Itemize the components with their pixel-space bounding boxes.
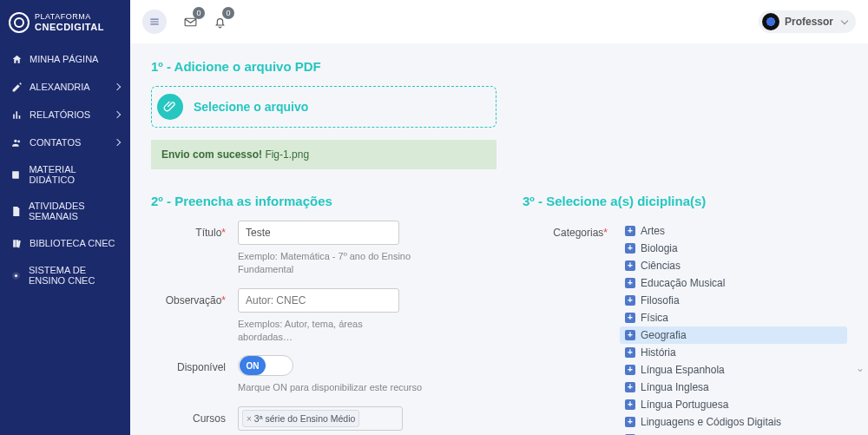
svg-point-1: [17, 140, 20, 142]
category-label: Educação Musical: [641, 277, 725, 289]
expand-icon: +: [625, 399, 635, 410]
category-item[interactable]: +Física: [620, 309, 847, 326]
library-icon: [10, 237, 23, 249]
category-item[interactable]: +Filosofia: [620, 292, 847, 309]
sidebar-item-label: CONTATOS: [30, 137, 81, 148]
expand-icon: +: [625, 417, 635, 427]
expand-icon: +: [625, 313, 635, 323]
gear-icon: [10, 269, 22, 281]
expand-icon: +: [625, 330, 635, 340]
category-label: Física: [641, 312, 668, 324]
step3-heading: 3º - Selecione a(s) diciplina(s): [523, 194, 847, 208]
user-menu[interactable]: Professor: [759, 10, 856, 33]
edit-icon: [10, 81, 23, 93]
chevron-right-icon: [114, 111, 121, 118]
sidebar-item-label: MINHA PÁGINA: [30, 54, 98, 64]
category-label: Língua Espanhola: [641, 364, 725, 376]
file-upload-box[interactable]: Selecione o arquivo: [151, 86, 496, 128]
course-tag: × 3ª série do Ensino Médio: [242, 410, 359, 427]
category-label: Artes: [641, 225, 665, 237]
category-item[interactable]: +Língua Portuguesa: [620, 396, 847, 413]
sidebar-item-sistema-ensino[interactable]: SISTEMA DE ENSINO CNEC: [0, 257, 130, 293]
notifications-button[interactable]: 0: [208, 10, 231, 33]
remove-tag-icon[interactable]: ×: [247, 414, 252, 424]
category-label: Biologia: [641, 242, 678, 254]
file-upload-label: Selecione o arquivo: [194, 100, 308, 114]
category-item[interactable]: +Artes: [620, 222, 847, 240]
hamburger-icon: [148, 16, 161, 28]
sidebar-item-minha-pagina[interactable]: MINHA PÁGINA: [0, 45, 130, 73]
home-icon: [10, 53, 23, 65]
sidebar-item-label: ATIVIDADES SEMANAIS: [29, 201, 120, 221]
expand-icon: +: [625, 278, 635, 288]
category-item[interactable]: +Linguagens e Códigos Digitais: [620, 413, 847, 431]
expand-icon: +: [625, 226, 635, 236]
brand-line1: PLATAFORMA: [35, 13, 104, 22]
sidebar-item-label: ALEXANDRIA: [30, 82, 90, 92]
category-label: Ciências: [641, 260, 681, 272]
obs-hint: Exemplos: Autor, tema, áreas abordadas…: [238, 318, 411, 344]
sidebar-item-label: MATERIAL DIDÁTICO: [29, 164, 120, 185]
book-icon: [10, 168, 22, 181]
brand-line2: CNECDIGITAL: [35, 22, 104, 32]
expand-icon: +: [625, 382, 635, 392]
topbar: 0 0 Professor: [130, 0, 868, 43]
chevron-right-icon: [114, 139, 121, 146]
success-prefix: Envio com sucesso!: [161, 148, 265, 161]
chevron-down-icon: [841, 17, 848, 24]
title-label: Título*: [151, 221, 238, 245]
success-filename: Fig-1.png: [265, 148, 309, 161]
category-item[interactable]: +Biologia: [620, 240, 847, 257]
title-input[interactable]: [238, 221, 399, 245]
category-item[interactable]: +Língua Espanhola: [620, 361, 847, 379]
category-item[interactable]: +Língua Inglesa: [620, 379, 847, 396]
sidebar-item-label: RELATÓRIOS: [30, 109, 90, 120]
sidebar-item-material-didatico[interactable]: MATERIAL DIDÁTICO: [0, 156, 130, 193]
category-label: Filosofia: [641, 294, 680, 306]
sidebar-item-label: BIBLIOTECA CNEC: [30, 238, 115, 248]
step1-heading: 1º - Adicione o arquivo PDF: [151, 59, 847, 74]
expand-icon: +: [625, 295, 635, 306]
category-label: História: [641, 346, 676, 359]
sidebar-item-biblioteca-cnec[interactable]: BIBLIOTECA CNEC: [0, 229, 130, 257]
sidebar-item-relatorios[interactable]: RELATÓRIOS: [0, 101, 130, 129]
svg-rect-3: [185, 18, 196, 26]
expand-icon: +: [625, 260, 635, 271]
category-item[interactable]: +Ciências: [620, 257, 847, 274]
sidebar-item-contatos[interactable]: CONTATOS: [0, 129, 130, 156]
sidebar-item-atividades-semanais[interactable]: ATIVIDADES SEMANAIS: [0, 193, 130, 229]
sidebar-item-label: SISTEMA DE ENSINO CNEC: [29, 265, 120, 286]
category-item[interactable]: +História: [620, 344, 847, 361]
avatar: [762, 13, 779, 30]
available-toggle[interactable]: ON: [238, 355, 293, 376]
chart-icon: [10, 109, 23, 121]
category-item[interactable]: +Geografia: [620, 326, 847, 344]
course-tag-label: 3ª série do Ensino Médio: [254, 413, 356, 424]
category-label: Linguagens e Códigos Digitais: [641, 416, 781, 428]
sidebar-item-alexandria[interactable]: ALEXANDRIA: [0, 73, 130, 101]
switch-on-label: ON: [240, 356, 266, 375]
users-icon: [10, 136, 23, 148]
courses-select[interactable]: × 3ª série do Ensino Médio: [238, 406, 403, 431]
attach-icon: [157, 94, 183, 120]
sidebar: PLATAFORMA CNECDIGITAL MINHA PÁGINA ALEX…: [0, 0, 130, 435]
chevron-right-icon: [114, 83, 121, 90]
cursos-label: Cursos: [151, 406, 238, 431]
logo-icon: [9, 12, 30, 33]
document-icon: [10, 205, 22, 217]
observation-input[interactable]: [238, 288, 399, 313]
messages-button[interactable]: 0: [179, 10, 201, 33]
categories-list: +Artes+Biologia+Ciências+Educação Musica…: [620, 222, 847, 435]
category-item[interactable]: +Literatura: [620, 431, 847, 435]
menu-toggle-button[interactable]: [142, 10, 167, 34]
expand-icon: +: [625, 347, 635, 358]
upload-success-banner: Envio com sucesso! Fig-1.png: [151, 140, 496, 169]
disp-label: Disponível: [151, 355, 238, 376]
categories-label: Categorias*: [523, 221, 620, 435]
category-label: Língua Portuguesa: [641, 399, 728, 411]
category-label: Geografia: [641, 329, 687, 341]
category-item[interactable]: +Educação Musical: [620, 274, 847, 292]
title-hint: Exemplo: Matemática - 7º ano do Ensino F…: [238, 250, 411, 276]
user-name: Professor: [785, 16, 833, 28]
disp-hint: Marque ON para disponibilizar este recur…: [238, 381, 464, 394]
